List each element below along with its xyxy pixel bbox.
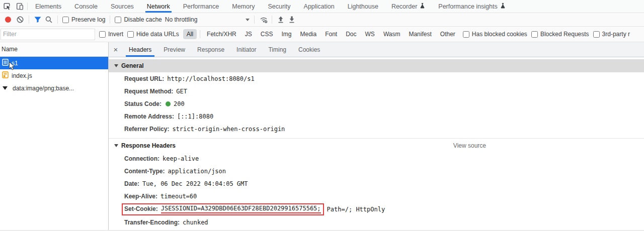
red-annotation-box: Set-Cookie: JSESSIONID=A329DBD06E63DF28E… <box>122 203 324 215</box>
hide-data-urls-checkbox[interactable]: Hide data URLs <box>127 31 179 38</box>
divider <box>57 16 58 24</box>
checkbox-icon <box>463 31 469 38</box>
detail-tab-response[interactable]: Response <box>191 42 230 57</box>
network-filter-bar: Invert Hide data URLs All Fetch/XHR JS C… <box>0 27 644 42</box>
detail-tab-cookies[interactable]: Cookies <box>292 42 326 57</box>
flask-icon <box>500 3 506 11</box>
header-row-request-method: Request Method: GET <box>109 85 644 97</box>
tab-performance[interactable]: Performance <box>177 0 226 13</box>
type-filter-fetch-xhr[interactable]: Fetch/XHR <box>203 29 240 39</box>
clear-icon[interactable] <box>16 16 24 24</box>
import-har-icon[interactable] <box>277 16 285 24</box>
tab-network[interactable]: Network <box>140 0 177 13</box>
tab-sources[interactable]: Sources <box>104 0 140 13</box>
detail-tab-headers[interactable]: Headers <box>123 42 157 57</box>
header-row-keep-alive: Keep-Alive: timeout=60 <box>109 190 644 202</box>
header-row-connection: Connection: keep-alive <box>109 152 644 165</box>
tab-console[interactable]: Console <box>68 0 104 13</box>
tab-memory[interactable]: Memory <box>225 0 261 13</box>
device-toolbar-icon[interactable] <box>13 0 26 13</box>
type-filter-all[interactable]: All <box>183 29 197 39</box>
network-conditions-icon[interactable] <box>259 16 267 24</box>
preserve-log-checkbox[interactable]: Preserve log <box>62 16 105 23</box>
headers-pane: General Request URL: http://localhost:80… <box>109 57 644 230</box>
section-divider <box>109 138 644 139</box>
header-row-remote-address: Remote Address: [::1]:8080 <box>109 110 644 123</box>
filter-icon[interactable] <box>34 16 42 24</box>
third-party-requests-checkbox[interactable]: 3rd-party r <box>593 31 630 38</box>
has-blocked-cookies-checkbox[interactable]: Has blocked cookies <box>463 31 527 38</box>
request-details-pane: × Headers Preview Response Initiator Tim… <box>109 42 644 230</box>
header-row-transfer-encoding: Transfer-Encoding: chunked <box>109 216 644 228</box>
general-section-header[interactable]: General <box>109 59 644 72</box>
type-filter-img[interactable]: Img <box>278 29 295 39</box>
header-row-referrer-policy: Referrer Policy: strict-origin-when-cros… <box>109 123 644 135</box>
script-icon <box>2 71 9 80</box>
detail-tab-timing[interactable]: Timing <box>262 42 292 57</box>
name-column-header[interactable]: Name <box>0 42 108 57</box>
filter-input[interactable] <box>1 29 95 40</box>
type-filter-ws[interactable]: WS <box>362 29 378 39</box>
tab-performance-insights[interactable]: Performance insights <box>432 0 512 13</box>
checkbox-icon <box>99 31 106 38</box>
main-tabbar: Elements Console Sources Network Perform… <box>0 0 644 13</box>
invert-checkbox[interactable]: Invert <box>99 31 123 38</box>
tab-elements[interactable]: Elements <box>29 0 68 13</box>
header-row-set-cookie: Set-Cookie: JSESSIONID=A329DBD06E63DF28E… <box>109 202 644 216</box>
divider <box>110 16 110 24</box>
request-row-data-image[interactable]: data:image/png;base... <box>0 82 108 94</box>
type-filter-font[interactable]: Font <box>321 29 341 39</box>
collapse-triangle-icon <box>114 64 118 67</box>
throttling-select[interactable]: No throttling <box>165 16 250 23</box>
header-row-request-url: Request URL: http://localhost:8080/s1 <box>109 72 644 85</box>
type-filter-css[interactable]: CSS <box>257 29 277 39</box>
divider <box>29 16 29 24</box>
divider <box>254 16 255 24</box>
search-icon[interactable] <box>45 16 53 24</box>
tab-security[interactable]: Security <box>261 0 297 13</box>
expand-triangle-icon[interactable] <box>3 86 8 90</box>
checkbox-icon <box>531 31 538 38</box>
detail-tabbar: × Headers Preview Response Initiator Tim… <box>109 42 644 57</box>
detail-tab-preview[interactable]: Preview <box>157 42 191 57</box>
resource-type-filters: All Fetch/XHR JS CSS Img Media Font Doc … <box>183 29 459 39</box>
flask-icon <box>420 3 425 11</box>
type-filter-doc[interactable]: Doc <box>342 29 360 39</box>
tab-recorder[interactable]: Recorder <box>385 0 432 13</box>
request-row-index-js[interactable]: index.js <box>0 69 108 82</box>
type-filter-manifest[interactable]: Manifest <box>405 29 435 39</box>
checkbox-icon <box>593 31 600 38</box>
header-row-status-code: Status Code: 200 <box>109 97 644 110</box>
collapse-triangle-icon <box>114 144 118 147</box>
detail-tab-initiator[interactable]: Initiator <box>230 42 262 57</box>
header-row-content-type: Content-Type: application/json <box>109 165 644 177</box>
type-filter-wasm[interactable]: Wasm <box>380 29 404 39</box>
devtools-window: Elements Console Sources Network Perform… <box>0 0 644 231</box>
tab-lighthouse[interactable]: Lighthouse <box>341 0 385 13</box>
close-icon[interactable]: × <box>109 42 123 57</box>
view-source-link[interactable]: View source <box>453 142 486 149</box>
checkbox-icon <box>127 31 134 38</box>
blocked-requests-checkbox[interactable]: Blocked Requests <box>531 31 589 38</box>
network-toolbar: Preserve log Disable cache No throttling <box>0 13 644 27</box>
request-list: Name s1 index.js data:image/png;base.. <box>0 42 109 230</box>
chevron-down-icon <box>246 19 250 21</box>
type-filter-other[interactable]: Other <box>437 29 459 39</box>
checkbox-icon <box>62 17 69 23</box>
network-panel-body: Name s1 index.js data:image/png;base.. <box>0 42 644 230</box>
header-row-date: Date: Tue, 06 Dec 2022 04:04:05 GMT <box>109 177 644 190</box>
request-row-s1[interactable]: s1 <box>0 57 108 69</box>
divider <box>200 30 200 38</box>
tab-application[interactable]: Application <box>297 0 341 13</box>
response-headers-section-header[interactable]: Response Headers View source <box>109 139 644 152</box>
type-filter-media[interactable]: Media <box>296 29 320 39</box>
json-document-icon <box>2 59 9 67</box>
type-filter-js[interactable]: JS <box>242 29 256 39</box>
record-button[interactable] <box>5 17 11 23</box>
divider <box>27 3 28 10</box>
export-har-icon[interactable] <box>288 16 296 24</box>
disable-cache-checkbox[interactable]: Disable cache <box>115 16 162 23</box>
checkbox-icon <box>115 17 121 23</box>
inspect-element-icon[interactable] <box>0 0 13 13</box>
divider <box>272 16 272 24</box>
